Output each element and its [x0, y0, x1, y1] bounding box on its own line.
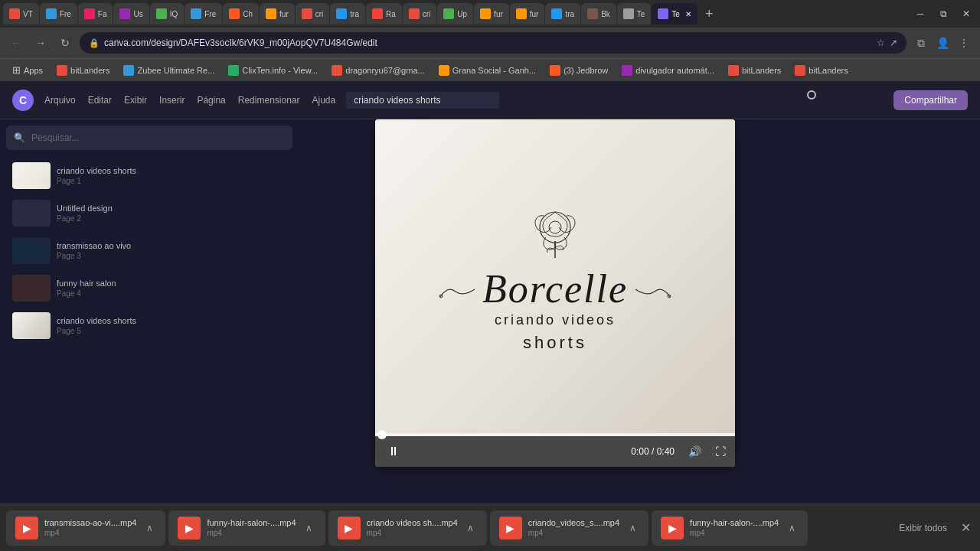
- dismiss-downloads-button[interactable]: ✕: [958, 517, 974, 538]
- download-close-3[interactable]: ∧: [464, 521, 478, 535]
- tab-label-cri2: cri: [423, 10, 431, 18]
- download-close-4[interactable]: ∧: [626, 521, 639, 535]
- canva-nav-inserir[interactable]: Inserir: [156, 93, 188, 107]
- shorts-text: shorts: [523, 333, 587, 353]
- canva-nav-redimensionar[interactable]: Redimensionar: [235, 93, 303, 107]
- settings-icon[interactable]: ⋮: [954, 33, 974, 53]
- tab-fa[interactable]: Fa: [78, 3, 113, 24]
- download-item-5[interactable]: ▶ funny-hair-salon-....mp4 mp4 ∧: [652, 510, 808, 546]
- tab-favicon-us: [119, 8, 130, 19]
- tab-fre2[interactable]: Fre: [185, 3, 222, 24]
- address-bar[interactable]: 🔒 canva.com/design/DAFEv3socIk/6rVK9_m00…: [80, 32, 906, 54]
- sidebar-item-info-4: funny hair salon Page 4: [57, 279, 286, 298]
- tab-favicon-fre2: [191, 8, 201, 19]
- bookmark-grana[interactable]: Grana Social - Ganh...: [433, 64, 542, 77]
- fullscreen-button[interactable]: ⛶: [715, 445, 726, 458]
- tab-favicon-cri2: [409, 8, 420, 19]
- extensions-icon[interactable]: ⧉: [911, 33, 931, 53]
- canva-title-input[interactable]: [346, 92, 499, 109]
- star-icon[interactable]: ☆: [877, 37, 885, 48]
- tab-cri2[interactable]: cri: [403, 3, 437, 24]
- tab-label-fur: fur: [279, 10, 289, 18]
- download-item-2[interactable]: ▶ funny-hair-salon-....mp4 mp4 ∧: [168, 510, 325, 546]
- tab-tra[interactable]: tra: [330, 3, 365, 24]
- canva-nav-ajuda[interactable]: Ajuda: [309, 93, 339, 107]
- sidebar-search[interactable]: 🔍 Pesquisar...: [6, 126, 292, 150]
- canva-nav-exibir[interactable]: Exibir: [121, 93, 150, 107]
- tab-label-tra2: tra: [565, 10, 574, 18]
- tab-label-te: Te: [637, 10, 645, 18]
- sidebar-item-5[interactable]: criando videos shorts Page 5: [6, 308, 292, 344]
- volume-button[interactable]: 🔊: [688, 445, 701, 458]
- bookmark-dragon[interactable]: dragonryu67@gma...: [325, 64, 431, 77]
- tab-iq[interactable]: IQ: [150, 3, 185, 24]
- tab-label-bk: Bk: [601, 10, 610, 18]
- back-button[interactable]: ←: [6, 33, 26, 53]
- tab-close-canva[interactable]: ✕: [683, 8, 694, 19]
- minimize-button[interactable]: ─: [910, 3, 931, 24]
- tab-fur2[interactable]: fur: [474, 3, 509, 24]
- video-logo-area: Borcelle criando videos shorts: [436, 201, 674, 353]
- right-swash: [628, 278, 674, 301]
- tab-favicon-ch: [229, 8, 240, 19]
- bookmark-divulgador[interactable]: divulgador automát...: [616, 64, 720, 77]
- pause-button[interactable]: ⏸: [384, 442, 403, 461]
- lock-icon: 🔒: [89, 38, 100, 48]
- tab-favicon-bk: [587, 8, 598, 19]
- canva-nav-arquivo[interactable]: Arquivo: [41, 93, 79, 107]
- sidebar-item-2[interactable]: Untitled design Page 2: [6, 195, 292, 231]
- download-icon-4: ▶: [499, 517, 522, 540]
- download-item-4[interactable]: ▶ criando_videos_s....mp4 mp4 ∧: [490, 510, 648, 546]
- tab-ra[interactable]: Ra: [366, 3, 402, 24]
- tab-fur[interactable]: fur: [260, 3, 295, 24]
- forward-button[interactable]: →: [31, 33, 51, 53]
- bookmark-favicon-bl1: [57, 65, 67, 76]
- canva-nav-editar[interactable]: Editar: [85, 93, 115, 107]
- tab-tra2[interactable]: tra: [545, 3, 580, 24]
- bookmark-clixten[interactable]: ClixTen.info - View...: [222, 64, 324, 77]
- bookmark-bitlanders-3[interactable]: bitLanders: [789, 64, 854, 77]
- sidebar-item-info-2: Untitled design Page 2: [57, 204, 286, 223]
- bookmark-bitlanders-2[interactable]: bitLanders: [722, 64, 787, 77]
- profile-icon[interactable]: 👤: [933, 33, 952, 53]
- sidebar-item-1[interactable]: criando videos shorts Page 1: [6, 158, 292, 194]
- download-type-2: mp4: [207, 529, 296, 537]
- tab-fre[interactable]: Fre: [40, 3, 77, 24]
- new-tab-button[interactable]: +: [698, 3, 720, 24]
- rose-illustration: [517, 201, 593, 262]
- download-item-3[interactable]: ▶ criando videos sh....mp4 mp4 ∧: [328, 510, 487, 546]
- tab-te[interactable]: Te: [617, 3, 652, 24]
- bookmark-apps[interactable]: ⊞ Apps: [6, 63, 49, 77]
- tab-vt[interactable]: VT: [3, 3, 39, 24]
- download-close-1[interactable]: ∧: [142, 521, 156, 535]
- share-addr-icon[interactable]: ↗: [890, 37, 897, 48]
- download-close-5[interactable]: ∧: [785, 521, 799, 535]
- bookmark-zubee[interactable]: Zubee Ultimate Re...: [117, 64, 220, 77]
- bookmark-bitlanders-1[interactable]: bitLanders: [51, 64, 116, 77]
- video-progress-dot[interactable]: [377, 430, 387, 439]
- refresh-button[interactable]: ↻: [55, 33, 75, 53]
- share-button[interactable]: Compartilhar: [893, 90, 968, 110]
- restore-button[interactable]: ⧉: [933, 3, 954, 24]
- tab-up[interactable]: Up: [437, 3, 473, 24]
- tab-cri[interactable]: cri: [296, 3, 330, 24]
- sidebar-item-title-5: criando videos shorts: [57, 316, 286, 325]
- sidebar-item-4[interactable]: funny hair salon Page 4: [6, 270, 292, 306]
- tab-ch[interactable]: Ch: [223, 3, 259, 24]
- bookmark-jedbrow[interactable]: (3) Jedbrow: [544, 64, 614, 77]
- download-close-2[interactable]: ∧: [302, 521, 316, 535]
- sidebar-item-title-3: transmissao ao vivo: [57, 241, 286, 250]
- tab-bk[interactable]: Bk: [581, 3, 616, 24]
- video-progress-bar[interactable]: [375, 433, 735, 436]
- tab-us[interactable]: Us: [113, 3, 149, 24]
- sidebar-item-3[interactable]: transmissao ao vivo Page 3: [6, 233, 292, 269]
- download-type-1: mp4: [44, 529, 136, 537]
- canva-nav-pagina[interactable]: Página: [194, 93, 228, 107]
- tab-fur3[interactable]: fur: [510, 3, 545, 24]
- download-item-1[interactable]: ▶ transmissao-ao-vi....mp4 mp4 ∧: [6, 510, 165, 546]
- show-all-downloads-button[interactable]: Exibir todos: [891, 518, 955, 538]
- sidebar-search-placeholder: Pesquisar...: [31, 132, 285, 143]
- tab-canva-active[interactable]: Te ✕: [652, 3, 697, 24]
- canva-logo[interactable]: C: [12, 90, 34, 111]
- close-button[interactable]: ✕: [956, 3, 977, 24]
